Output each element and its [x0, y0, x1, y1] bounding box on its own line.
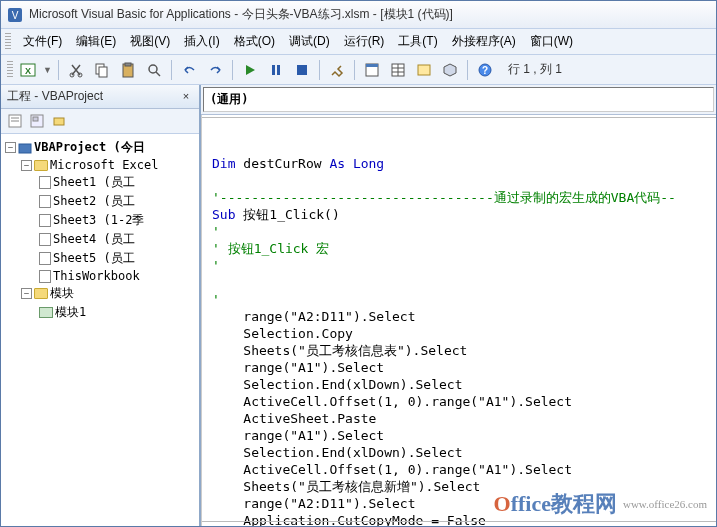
paste-button[interactable]: [117, 59, 139, 81]
project-tree[interactable]: −VBAProject (今日 −Microsoft Excel Sheet1 …: [1, 134, 199, 526]
folder-icon: [34, 160, 48, 171]
menu-file[interactable]: 文件(F): [17, 31, 68, 52]
window-title: Microsoft Visual Basic for Applications …: [29, 6, 453, 23]
menu-edit[interactable]: 编辑(E): [70, 31, 122, 52]
close-panel-button[interactable]: ×: [179, 90, 193, 104]
tree-sheet[interactable]: Sheet5 (员工: [3, 249, 197, 268]
tree-module1[interactable]: 模块1: [3, 303, 197, 322]
menu-insert[interactable]: 插入(I): [178, 31, 225, 52]
menu-window[interactable]: 窗口(W): [524, 31, 579, 52]
svg-rect-13: [277, 65, 280, 75]
toolbar: X ▼ ? 行 1 , 列 1: [1, 55, 716, 85]
view-excel-button[interactable]: X: [17, 59, 39, 81]
collapse-icon[interactable]: −: [21, 160, 32, 171]
undo-button[interactable]: [178, 59, 200, 81]
dropdown-arrow-icon[interactable]: ▼: [43, 65, 52, 75]
panel-title: 工程 - VBAProject ×: [1, 85, 199, 109]
toolbar-grip-icon[interactable]: [7, 61, 13, 79]
cut-button[interactable]: [65, 59, 87, 81]
reset-button[interactable]: [291, 59, 313, 81]
properties-button[interactable]: [387, 59, 409, 81]
tree-root[interactable]: −VBAProject (今日: [3, 138, 197, 157]
code-editor[interactable]: Dim destCurRow As Long '----------------…: [201, 115, 716, 526]
view-code-button[interactable]: [5, 111, 25, 131]
titlebar: V Microsoft Visual Basic for Application…: [1, 1, 716, 29]
collapse-icon[interactable]: −: [21, 288, 32, 299]
help-button[interactable]: ?: [474, 59, 496, 81]
worksheet-icon: [39, 176, 51, 189]
svg-text:V: V: [12, 10, 19, 21]
svg-line-11: [156, 72, 160, 76]
svg-text:X: X: [25, 66, 31, 76]
svg-rect-29: [54, 118, 64, 125]
design-mode-button[interactable]: [326, 59, 348, 81]
worksheet-icon: [39, 195, 51, 208]
menu-view[interactable]: 视图(V): [124, 31, 176, 52]
menu-tools[interactable]: 工具(T): [392, 31, 443, 52]
toolbox-button[interactable]: [439, 59, 461, 81]
menu-debug[interactable]: 调试(D): [283, 31, 336, 52]
svg-rect-30: [19, 144, 31, 153]
menubar: 文件(F) 编辑(E) 视图(V) 插入(I) 格式(O) 调试(D) 运行(R…: [1, 29, 716, 55]
break-button[interactable]: [265, 59, 287, 81]
project-explorer-panel: 工程 - VBAProject × −VBAProject (今日 −Micro…: [1, 85, 201, 526]
panel-toolbar: [1, 109, 199, 134]
svg-text:?: ?: [482, 65, 488, 76]
tree-sheet[interactable]: Sheet3 (1-2季: [3, 211, 197, 230]
collapse-icon[interactable]: −: [5, 142, 16, 153]
project-explorer-button[interactable]: [361, 59, 383, 81]
tree-sheet[interactable]: Sheet1 (员工: [3, 173, 197, 192]
watermark-logo-icon: Office教程网: [494, 489, 617, 519]
menu-addins[interactable]: 外接程序(A): [446, 31, 522, 52]
svg-point-10: [149, 65, 157, 73]
workbook-icon: [39, 270, 51, 283]
tree-sheet[interactable]: Sheet4 (员工: [3, 230, 197, 249]
cursor-position-status: 行 1 , 列 1: [508, 61, 562, 78]
tree-excel-objects[interactable]: −Microsoft Excel: [3, 157, 197, 173]
copy-button[interactable]: [91, 59, 113, 81]
object-browser-button[interactable]: [413, 59, 435, 81]
svg-rect-16: [366, 64, 378, 67]
find-button[interactable]: [143, 59, 165, 81]
worksheet-icon: [39, 252, 51, 265]
run-button[interactable]: [239, 59, 261, 81]
vba-app-icon: V: [7, 7, 23, 23]
toggle-folders-button[interactable]: [49, 111, 69, 131]
toolbar-grip-icon[interactable]: [5, 33, 11, 51]
watermark: Office教程网 www.office26.com: [494, 489, 707, 519]
tree-modules-folder[interactable]: −模块: [3, 284, 197, 303]
svg-rect-21: [418, 65, 430, 75]
tree-thisworkbook[interactable]: ThisWorkbook: [3, 268, 197, 284]
menu-run[interactable]: 运行(R): [338, 31, 391, 52]
svg-rect-28: [33, 117, 38, 121]
watermark-url: www.office26.com: [623, 498, 707, 510]
worksheet-icon: [39, 214, 51, 227]
worksheet-icon: [39, 233, 51, 246]
svg-rect-12: [272, 65, 275, 75]
project-icon: [18, 141, 32, 155]
module-icon: [39, 307, 53, 318]
redo-button[interactable]: [204, 59, 226, 81]
folder-icon: [34, 288, 48, 299]
svg-rect-14: [297, 65, 307, 75]
menu-format[interactable]: 格式(O): [228, 31, 281, 52]
tree-sheet[interactable]: Sheet2 (员工: [3, 192, 197, 211]
code-pane: (通用) Dim destCurRow As Long '-----------…: [201, 85, 716, 526]
svg-rect-7: [99, 67, 107, 77]
object-dropdown[interactable]: (通用): [203, 87, 714, 112]
svg-rect-9: [125, 63, 131, 66]
view-object-button[interactable]: [27, 111, 47, 131]
